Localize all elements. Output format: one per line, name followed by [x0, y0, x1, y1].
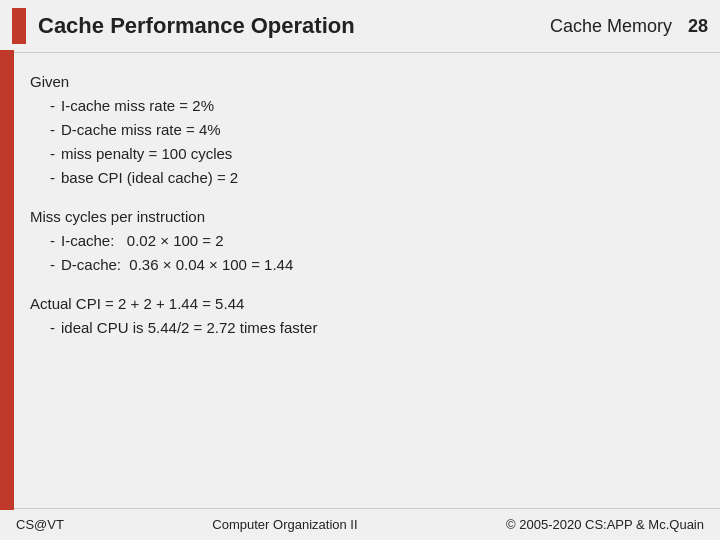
slide-content: Given -I-cache miss rate = 2% -D-cache m… — [0, 53, 720, 508]
actual-cpi-list: -ideal CPU is 5.44/2 = 2.72 times faster — [30, 316, 700, 340]
list-item: -D-cache: 0.36 × 0.04 × 100 = 1.44 — [50, 253, 700, 277]
given-section: Given -I-cache miss rate = 2% -D-cache m… — [30, 73, 700, 190]
list-item: -base CPI (ideal cache) = 2 — [50, 166, 700, 190]
list-item: -I-cache: 0.02 × 100 = 2 — [50, 229, 700, 253]
slide: Cache Performance Operation Cache Memory… — [0, 0, 720, 540]
actual-cpi-title: Actual CPI = 2 + 2 + 1.44 = 5.44 — [30, 295, 700, 312]
slide-footer: CS@VT Computer Organization II © 2005-20… — [0, 508, 720, 540]
header-right: Cache Memory 28 — [550, 16, 708, 37]
list-item: -I-cache miss rate = 2% — [50, 94, 700, 118]
list-item: -miss penalty = 100 cycles — [50, 142, 700, 166]
footer-right: © 2005-2020 CS:APP & Mc.Quain — [506, 517, 704, 532]
left-accent-bar — [0, 50, 14, 510]
cache-memory-label: Cache Memory — [550, 16, 672, 37]
list-item: -ideal CPU is 5.44/2 = 2.72 times faster — [50, 316, 700, 340]
miss-cycles-list: -I-cache: 0.02 × 100 = 2 -D-cache: 0.36 … — [30, 229, 700, 277]
given-list: -I-cache miss rate = 2% -D-cache miss ra… — [30, 94, 700, 190]
footer-left: CS@VT — [16, 517, 64, 532]
slide-title: Cache Performance Operation — [38, 13, 550, 39]
given-title: Given — [30, 73, 700, 90]
header-accent-bar — [12, 8, 26, 44]
list-item: -D-cache miss rate = 4% — [50, 118, 700, 142]
footer-center: Computer Organization II — [212, 517, 357, 532]
slide-header: Cache Performance Operation Cache Memory… — [0, 0, 720, 53]
page-number: 28 — [688, 16, 708, 37]
actual-cpi-section: Actual CPI = 2 + 2 + 1.44 = 5.44 -ideal … — [30, 295, 700, 340]
miss-cycles-title: Miss cycles per instruction — [30, 208, 700, 225]
miss-cycles-section: Miss cycles per instruction -I-cache: 0.… — [30, 208, 700, 277]
